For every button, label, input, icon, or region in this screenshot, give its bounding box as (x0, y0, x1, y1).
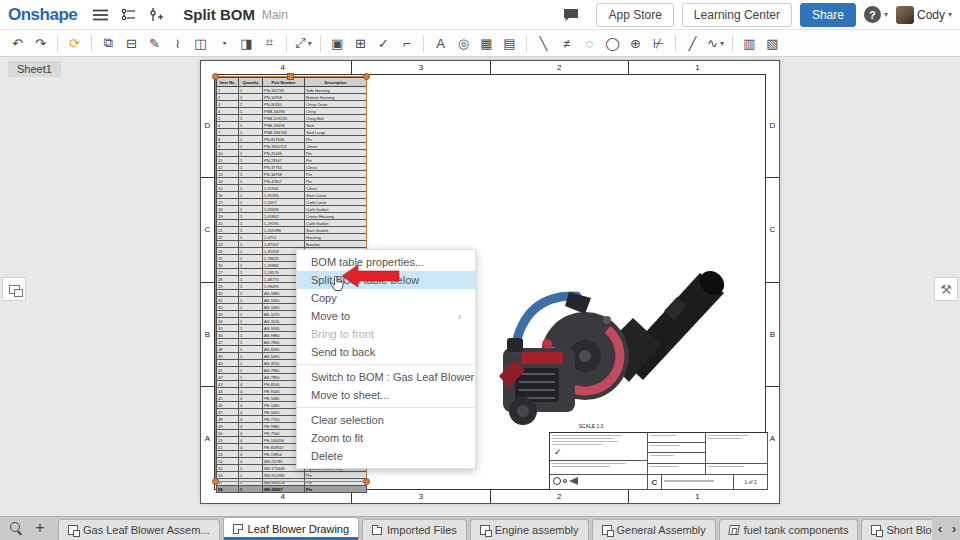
table-row[interactable]: 1711-2057Carb Cover (217, 199, 367, 206)
weld-symbol-icon[interactable]: ⌐ (395, 32, 418, 54)
table-row[interactable]: 2011-29595Carb Gasket (217, 220, 367, 227)
view-properties-icon[interactable]: ⊟ (120, 32, 143, 54)
broken-view-icon[interactable]: ≀ (166, 32, 189, 54)
menu-item-move-to[interactable]: Move to› (297, 307, 475, 325)
table-row[interactable]: 121PN-37765Clevis (217, 164, 367, 171)
spline-icon[interactable]: ∿▾ (704, 32, 727, 54)
bom-cell: 4 (239, 437, 263, 444)
table-row[interactable]: 81PN-817646Pin (217, 136, 367, 143)
tab-short-block-assembly[interactable]: Short Block Assembly (861, 519, 932, 540)
learning-center-button[interactable]: Learning Center (682, 3, 792, 27)
table-row[interactable]: 581W6-18057Pin (217, 486, 367, 493)
section-view-icon[interactable]: ◫ (189, 32, 212, 54)
table-row[interactable]: 32PN-80350Oring Cover (217, 101, 367, 108)
bom-cell: 50 (217, 430, 239, 437)
app-store-button[interactable]: App Store (596, 3, 673, 27)
add-tab-button[interactable]: + (28, 517, 52, 539)
dimension-icon[interactable]: ⤢▾ (292, 32, 315, 54)
table-row[interactable]: 141PN-47857Pin (217, 178, 367, 185)
table-row[interactable]: 2111-205986Start Gasket (217, 227, 367, 234)
table-row[interactable]: 61PNB-18496Seal (217, 122, 367, 129)
drawing-sheet[interactable]: 4321 4321 DCBA DCBA Item No.QuantityPart… (200, 60, 780, 504)
share-button[interactable]: Share (800, 3, 856, 27)
table-row[interactable]: 11PN-162745Side Housing (217, 87, 367, 94)
text-icon[interactable]: A (429, 32, 452, 54)
note-icon[interactable]: ▣ (326, 32, 349, 54)
menu-item-switch-to-bom-gas-leaf-blower-asse[interactable]: Switch to BOM : Gas Leaf Blower Asse... (297, 368, 475, 386)
crop-view-icon[interactable]: ⌗ (258, 32, 281, 54)
follow-mode-icon[interactable] (145, 4, 167, 26)
table-row[interactable]: 1911-05862Center Housing (217, 213, 367, 220)
user-menu[interactable]: Cody ▾ (896, 6, 952, 24)
tangent-line-icon[interactable]: ⊬ (647, 32, 670, 54)
assembly-icon (68, 525, 78, 535)
table-row[interactable]: 101PN-25446Pin (217, 150, 367, 157)
bom-cell: 2 (239, 290, 263, 297)
part-icon (728, 525, 739, 535)
menu-item-clear-selection[interactable]: Clear selection (297, 411, 475, 429)
versions-icon[interactable] (117, 4, 139, 26)
undo-icon[interactable]: ↶ (6, 32, 29, 54)
scroll-tabs-right-icon[interactable]: › (952, 522, 956, 536)
finish-mark-icon[interactable]: ✓ (372, 32, 395, 54)
bom-table-icon[interactable]: ▤ (498, 32, 521, 54)
workspace-name[interactable]: Main (262, 8, 288, 22)
drawing-canvas[interactable]: Sheet1 ⚒ 4321 4321 DCBA DCBA Item No.Qua… (0, 57, 960, 516)
menu-item-delete[interactable]: Delete (297, 447, 475, 465)
tab-leaf-blower-drawing[interactable]: Leaf Blower Drawing (223, 517, 360, 540)
table-row[interactable]: 571W6-663128Pin (217, 479, 367, 486)
wrench-icon: ⚒ (940, 282, 952, 297)
sheet-tab[interactable]: Sheet1 (8, 61, 61, 77)
menu-item-send-to-back[interactable]: Send to back (297, 343, 475, 361)
comment-icon[interactable] (560, 4, 582, 26)
table-row[interactable]: 2211-0751Housing (217, 234, 367, 241)
table-row[interactable]: 21PN-16958Bottom Housing (217, 94, 367, 101)
detail-circle-icon[interactable]: ◎ (452, 32, 475, 54)
circle-tool-icon[interactable]: ◯ (601, 32, 624, 54)
table-row[interactable]: 1611-91285Start Cover (217, 192, 367, 199)
crosshatch-icon[interactable]: ◨ (235, 32, 258, 54)
auxiliary-view-icon[interactable]: ◔ (212, 32, 235, 54)
zone-label: 3 (351, 61, 489, 74)
help-menu[interactable]: ? ▾ (864, 6, 888, 23)
point-icon[interactable]: ⊕ (624, 32, 647, 54)
table-row[interactable]: 111PN-23567Pin (217, 157, 367, 164)
table-row[interactable]: 1811-05696Carb Gasket (217, 206, 367, 213)
tab-engine-assembly[interactable]: Engine assembly (470, 519, 589, 540)
centermark-icon[interactable]: ◌ (578, 32, 601, 54)
scroll-tabs-left-icon[interactable]: ‹ (938, 522, 942, 536)
update-icon[interactable]: ⟳ (63, 32, 86, 54)
table-row[interactable]: 1511-91945Clevis (217, 185, 367, 192)
redo-icon[interactable]: ↷ (29, 32, 52, 54)
table-icon[interactable]: ▦ (475, 32, 498, 54)
centerline-icon[interactable]: ≠ (555, 32, 578, 54)
hamburger-icon[interactable] (89, 4, 111, 26)
insert-view-icon[interactable]: ⧉ (97, 32, 120, 54)
bom-cell: 4 (239, 402, 263, 409)
table-row[interactable]: 71PNB-184765Seal Large (217, 129, 367, 136)
table-row[interactable]: 561W6-912985Pin (217, 472, 367, 479)
table-row[interactable]: 2311-87567Bracket (217, 241, 367, 248)
tab-gas-leaf-blower-assem[interactable]: Gas Leaf Blower Assem... (58, 519, 220, 540)
configuration-button[interactable]: ⚒ (934, 277, 958, 301)
table-row[interactable]: 51PNB-519243Oring Bolt (217, 115, 367, 122)
bom-cell: 42 (217, 374, 239, 381)
search-tabs-button[interactable] (4, 517, 28, 539)
sheets-panel-button[interactable] (2, 277, 26, 301)
hole-table-icon[interactable]: ⊞ (349, 32, 372, 54)
bom-cell: 32 (217, 304, 239, 311)
tab-general-assembly[interactable]: General Assembly (592, 519, 716, 540)
leaf-blower-view[interactable] (481, 256, 781, 436)
show-hidden-edges-icon[interactable]: ✎ (143, 32, 166, 54)
insert-image-icon[interactable]: ▧ (761, 32, 784, 54)
tab-imported-files[interactable]: Imported Files (362, 519, 467, 540)
export-dxf-icon[interactable]: ▥ (738, 32, 761, 54)
table-row[interactable]: 41PNB-18294Oring (217, 108, 367, 115)
tab-fuel-tank-components[interactable]: fuel tank components (719, 519, 859, 540)
line-icon[interactable]: ╱ (681, 32, 704, 54)
callout-icon[interactable]: ╲ (532, 32, 555, 54)
menu-item-move-to-sheet[interactable]: Move to sheet... (297, 386, 475, 404)
table-row[interactable]: 91PN-1900723Clevis (217, 143, 367, 150)
table-row[interactable]: 131PN-34768Pin (217, 171, 367, 178)
menu-item-zoom-to-fit[interactable]: Zoom to fit (297, 429, 475, 447)
